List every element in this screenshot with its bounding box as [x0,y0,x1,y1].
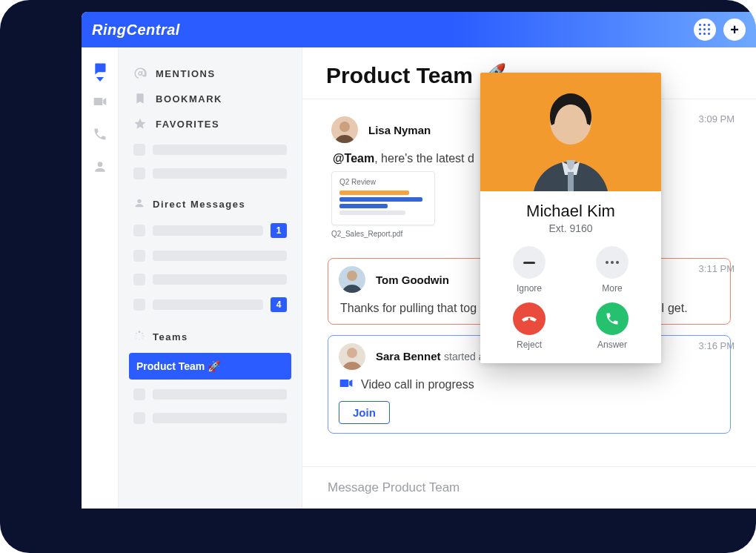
at-icon [133,67,147,80]
more-label: More [602,283,622,294]
video-icon [339,376,354,394]
avatar[interactable] [339,266,365,293]
sidebar-item-product-team[interactable]: Product Team 🚀 [129,353,291,380]
ignore-label: Ignore [517,283,542,294]
mention[interactable]: @Team [333,152,374,165]
brand-logo: RingCentral [92,21,180,39]
team-item[interactable] [129,408,291,428]
dialpad-icon [699,24,711,36]
mentions-label: Mentions [156,68,216,79]
answer-label: Answer [597,340,627,350]
message-composer[interactable]: Message Product Team [302,466,756,509]
bookmark-icon [133,92,147,105]
minus-icon [523,262,535,264]
main-content: Product Team 🚀 Lisa Nyman 3:09 PM @Team,… [302,47,756,509]
caller-extension: Ext. 9160 [488,222,654,234]
sidebar-item-mentions[interactable]: Mentions [129,61,291,86]
svg-point-10 [347,348,357,358]
sidebar-placeholder [129,139,291,160]
contacts-tab-icon[interactable] [92,159,108,175]
team-item[interactable] [129,384,291,405]
attachment-title: Q2 Review [339,178,427,186]
svg-point-4 [139,339,140,340]
svg-point-3 [142,337,143,339]
svg-point-5 [136,337,137,339]
favorites-label: Favorites [156,119,219,130]
video-call-status: Video call in progress [361,378,474,391]
dialpad-button[interactable] [694,19,716,41]
message-author: Sara Bennet [376,350,441,362]
bookmark-label: Bookmark [156,93,222,105]
svg-point-6 [135,335,136,337]
reject-button[interactable]: Reject [488,302,571,350]
more-icon [606,261,619,264]
caller-photo [480,73,661,191]
product-team-label: Product Team 🚀 [136,360,220,372]
message-time: 3:09 PM [699,113,735,125]
video-tab-icon[interactable] [92,93,108,110]
plus-icon: + [730,22,739,37]
teams-header[interactable]: Teams [129,319,291,348]
file-attachment[interactable]: Q2 Review [331,171,435,225]
dm-label: Direct Messages [153,199,245,210]
message-author: Tom Goodwin [376,274,449,286]
nav-rail [82,47,119,509]
dm-item[interactable] [129,269,291,290]
unread-badge: 4 [271,297,287,312]
reject-label: Reject [517,340,542,350]
svg-point-0 [139,331,141,333]
caller-name: Michael Kim [488,202,654,221]
avatar[interactable] [331,116,358,143]
spinner-icon [133,330,145,344]
teams-label: Teams [153,331,188,342]
svg-rect-13 [568,172,574,191]
person-icon [133,197,145,211]
top-bar: RingCentral + [82,12,756,47]
sidebar: Mentions Bookmark Favorites [119,47,302,509]
sidebar-item-bookmark[interactable]: Bookmark [129,86,291,111]
new-button[interactable]: + [723,19,746,41]
more-button[interactable]: More [571,246,654,294]
sidebar-placeholder [129,163,291,184]
svg-point-9 [347,271,357,281]
message-action-text: started a [444,351,484,362]
join-button[interactable]: Join [339,401,390,424]
direct-messages-header[interactable]: Direct Messages [129,187,291,216]
svg-point-1 [142,333,143,334]
hangup-icon [521,311,537,327]
svg-point-8 [339,122,350,132]
unread-badge: 1 [271,223,287,238]
phone-tab-icon[interactable] [92,126,108,142]
svg-point-2 [142,335,144,337]
messages-tab-icon[interactable] [92,61,108,77]
answer-button[interactable]: Answer [571,302,654,350]
incoming-call-card: Michael Kim Ext. 9160 Ignore More [480,73,661,363]
message-time: 3:16 PM [699,340,735,351]
sidebar-item-favorites[interactable]: Favorites [129,111,291,136]
ignore-button[interactable]: Ignore [488,246,571,294]
message-author: Lisa Nyman [368,124,431,136]
star-icon [133,117,147,130]
message-time: 3:11 PM [699,263,735,274]
phone-icon [605,311,620,326]
dm-item[interactable]: 4 [129,293,291,317]
avatar[interactable] [339,343,365,370]
dm-item[interactable] [129,245,291,266]
svg-point-7 [136,333,137,334]
dm-item[interactable]: 1 [129,219,291,242]
